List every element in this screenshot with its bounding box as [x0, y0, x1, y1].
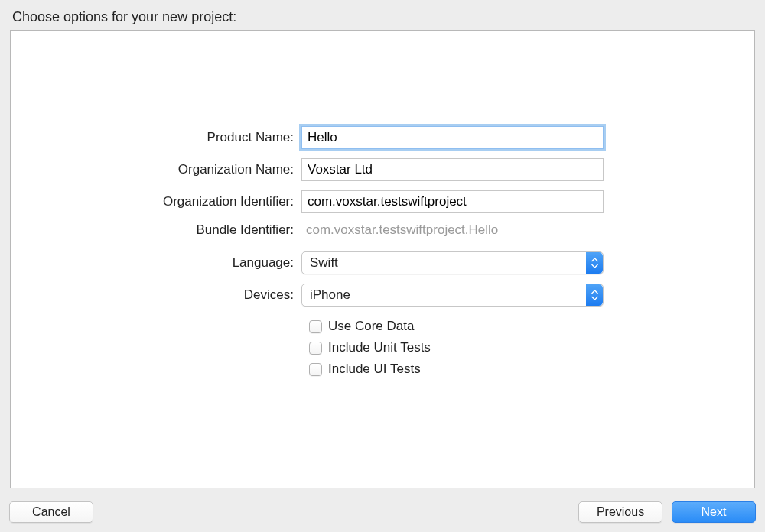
include-ui-tests-checkbox[interactable] — [309, 363, 322, 376]
language-select-value: Swift — [310, 255, 338, 271]
new-project-options-dialog: Choose options for your new project: Pro… — [0, 0, 765, 532]
include-unit-tests-checkbox-row[interactable]: Include Unit Tests — [309, 337, 669, 358]
devices-select-value: iPhone — [310, 287, 350, 303]
next-button[interactable]: Next — [672, 501, 756, 523]
product-name-row: Product Name: — [148, 126, 669, 149]
dialog-footer: Cancel Previous Next — [9, 501, 756, 523]
include-unit-tests-checkbox[interactable] — [309, 342, 322, 355]
cancel-button[interactable]: Cancel — [9, 501, 93, 523]
previous-button[interactable]: Previous — [578, 501, 662, 523]
devices-label: Devices: — [148, 287, 301, 303]
include-unit-tests-label: Include Unit Tests — [328, 340, 431, 355]
checkbox-group: Use Core Data Include Unit Tests Include… — [309, 316, 669, 380]
organization-identifier-label: Organization Identifier: — [148, 194, 301, 209]
content-pane: Product Name: Organization Name: Organiz… — [10, 30, 755, 488]
use-core-data-checkbox[interactable] — [309, 320, 322, 333]
language-select[interactable]: Swift — [301, 251, 604, 274]
product-name-input[interactable] — [301, 126, 604, 149]
devices-row: Devices: iPhone — [148, 284, 669, 307]
bundle-identifier-label: Bundle Identifier: — [148, 222, 301, 238]
organization-name-row: Organization Name: — [148, 158, 669, 181]
organization-identifier-input[interactable] — [301, 190, 604, 213]
language-row: Language: Swift — [148, 251, 669, 274]
dialog-title: Choose options for your new project: — [9, 8, 756, 30]
language-label: Language: — [148, 255, 301, 271]
bundle-identifier-row: Bundle Identifier: com.voxstar.testswift… — [148, 222, 669, 238]
options-form: Product Name: Organization Name: Organiz… — [148, 126, 669, 380]
organization-identifier-row: Organization Identifier: — [148, 190, 669, 213]
use-core-data-label: Use Core Data — [328, 319, 414, 334]
updown-arrows-icon — [586, 284, 603, 306]
include-ui-tests-checkbox-row[interactable]: Include UI Tests — [309, 358, 669, 380]
devices-select[interactable]: iPhone — [301, 284, 604, 307]
use-core-data-checkbox-row[interactable]: Use Core Data — [309, 316, 669, 337]
include-ui-tests-label: Include UI Tests — [328, 362, 421, 377]
bundle-identifier-value: com.voxstar.testswiftproject.Hello — [301, 222, 498, 238]
organization-name-label: Organization Name: — [148, 162, 301, 177]
updown-arrows-icon — [586, 252, 603, 274]
product-name-label: Product Name: — [148, 130, 301, 145]
organization-name-input[interactable] — [301, 158, 604, 181]
